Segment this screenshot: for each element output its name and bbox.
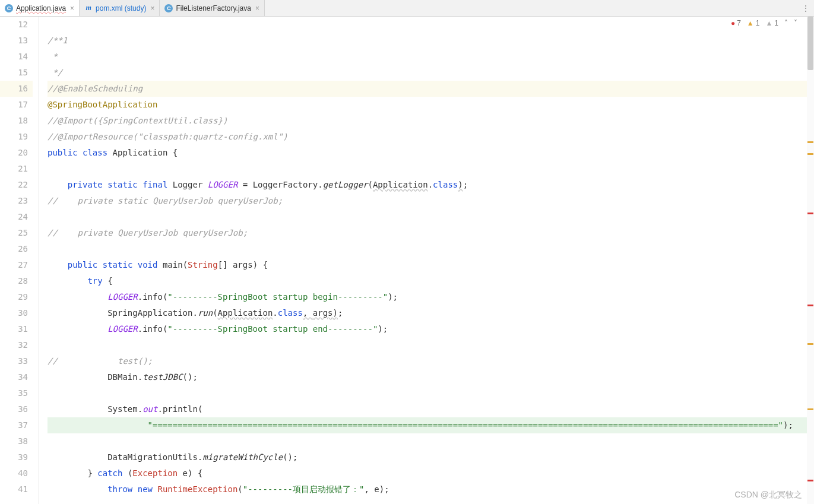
line-number[interactable]: 35 (0, 385, 33, 401)
scrollbar-mark[interactable] (807, 141, 813, 143)
editor-tab-0[interactable]: CApplication.java× (0, 0, 80, 16)
code-line[interactable]: throw new RuntimeException("---------项目启… (47, 481, 807, 497)
scrollbar-thumb[interactable] (807, 17, 813, 70)
scrollbar-mark[interactable] (807, 153, 813, 155)
scrollbar-mark[interactable] (807, 305, 813, 306)
code-line[interactable] (47, 17, 807, 33)
close-icon[interactable]: × (255, 4, 259, 12)
code-line[interactable]: try { (47, 273, 807, 289)
code-line[interactable]: */ (47, 65, 807, 81)
line-number[interactable]: 14 (0, 49, 33, 65)
tab-label: pom.xml (study) (96, 4, 146, 12)
line-number-gutter[interactable]: 1213141516171819202122232425262728293031… (0, 17, 33, 504)
code-content-area[interactable]: /**1 * *///@EnableScheduling@SpringBootA… (47, 17, 807, 504)
code-line[interactable]: // test(); (47, 353, 807, 369)
code-line[interactable]: DBMain.testJDBC(); (47, 369, 807, 385)
code-line[interactable]: public static void main(String[] args) { (47, 257, 807, 273)
line-number[interactable]: 19 (0, 129, 33, 145)
maven-icon: m (84, 4, 93, 12)
line-number[interactable]: 13 (0, 33, 33, 49)
code-line[interactable]: //@Import({SpringContextUtil.class}) (47, 113, 807, 129)
line-number[interactable]: 34 (0, 369, 33, 385)
tabbar-menu-button[interactable]: ⋮ (797, 0, 814, 16)
tab-label: Application.java (16, 4, 66, 12)
code-line[interactable]: LOGGER.info("---------SpringBoot startup… (47, 289, 807, 305)
line-number[interactable]: 20 (0, 145, 33, 161)
line-number[interactable]: 22 (0, 177, 33, 193)
line-number[interactable]: 29 (0, 289, 33, 305)
code-line[interactable]: private static final Logger LOGGER = Log… (47, 177, 807, 193)
code-line[interactable] (47, 241, 807, 257)
line-number[interactable]: 21 (0, 161, 33, 177)
close-icon[interactable]: × (70, 4, 74, 12)
code-line[interactable]: //@ImportResource("classpath:quartz-conf… (47, 129, 807, 145)
line-number[interactable]: 24 (0, 209, 33, 225)
code-line[interactable]: SpringApplication.run(Application.class,… (47, 305, 807, 321)
editor-tabbar: CApplication.java×mpom.xml (study)×CFile… (0, 0, 814, 17)
line-number[interactable]: 36 (0, 401, 33, 417)
code-line[interactable]: LOGGER.info("---------SpringBoot startup… (47, 321, 807, 337)
line-number[interactable]: 41 (0, 481, 33, 497)
java-class-icon: C (5, 4, 13, 12)
editor-tab-2[interactable]: CFileListenerFactory.java× (160, 0, 265, 16)
code-line[interactable]: * (47, 49, 807, 65)
line-number[interactable]: 18 (0, 113, 33, 129)
code-line[interactable]: } catch (Exception e) { (47, 465, 807, 481)
line-number[interactable]: 17 (0, 97, 33, 113)
code-line[interactable]: System.out.println( (47, 401, 807, 417)
line-number[interactable]: 12 (0, 17, 33, 33)
line-number[interactable]: 37 (0, 417, 33, 433)
code-line[interactable]: @SpringBootApplication (47, 97, 807, 113)
line-number[interactable]: 15 (0, 65, 33, 81)
scrollbar-mark[interactable] (807, 408, 813, 410)
code-line[interactable] (47, 209, 807, 225)
line-number[interactable]: 27 (0, 257, 33, 273)
code-line[interactable]: /**1 (47, 33, 807, 49)
code-line[interactable]: // private static QueryUserJob queryUser… (47, 193, 807, 209)
scrollbar-mark[interactable] (807, 343, 813, 345)
line-number[interactable]: 39 (0, 449, 33, 465)
code-editor[interactable]: 1213141516171819202122232425262728293031… (0, 17, 807, 504)
vertical-scrollbar[interactable] (807, 17, 814, 504)
editor-tab-1[interactable]: mpom.xml (study)× (80, 0, 160, 16)
scrollbar-mark[interactable] (807, 213, 813, 214)
watermark-text: CSDN @北冥牧之 (734, 490, 802, 500)
line-number[interactable]: 38 (0, 433, 33, 449)
line-number[interactable]: 25 (0, 225, 33, 241)
line-number[interactable]: 30 (0, 305, 33, 321)
code-line[interactable] (47, 161, 807, 177)
code-line[interactable] (47, 337, 807, 353)
fold-gutter[interactable] (33, 17, 47, 504)
java-class-icon: C (164, 4, 173, 12)
line-number[interactable]: 16 (0, 81, 33, 97)
code-line[interactable]: DataMigrationUtils.migrateWithCycle(); (47, 449, 807, 465)
code-line[interactable]: "=======================================… (47, 417, 807, 433)
line-number[interactable]: 26 (0, 241, 33, 257)
line-number[interactable]: 40 (0, 465, 33, 481)
tab-label: FileListenerFactory.java (176, 4, 251, 12)
line-number[interactable]: 31 (0, 321, 33, 337)
code-line[interactable]: // private QueryUserJob queryUserJob; (47, 225, 807, 241)
line-number[interactable]: 23 (0, 193, 33, 209)
code-line[interactable]: public class Application { (47, 145, 807, 161)
line-number[interactable]: 32 (0, 337, 33, 353)
line-number[interactable]: 28 (0, 273, 33, 289)
code-line[interactable] (47, 433, 807, 449)
line-number[interactable]: 33 (0, 353, 33, 369)
scrollbar-mark[interactable] (807, 480, 813, 481)
code-line[interactable]: //@EnableScheduling (47, 81, 807, 97)
code-line[interactable] (47, 385, 807, 401)
close-icon[interactable]: × (150, 4, 154, 12)
